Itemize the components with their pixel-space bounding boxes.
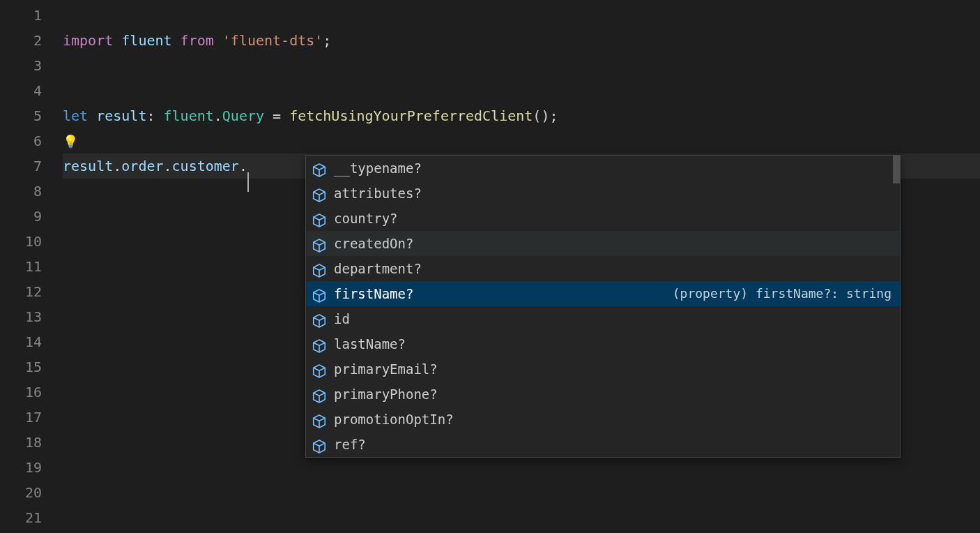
line-number: 18 [0,430,42,455]
suggestion-item[interactable]: promotionOptIn? [306,407,900,432]
dot: . [113,158,121,174]
field-icon [312,386,327,402]
namespace: fluent [164,107,214,124]
field-icon [312,336,327,352]
string-literal: 'fluent-dts' [222,32,323,49]
line-number: 15 [0,354,42,380]
line-number: 5 [0,103,42,128]
keyword-import: import [63,32,113,49]
suggestion-label: department? [334,256,422,281]
line-number: 16 [0,380,42,405]
suggestion-detail: (property) firstName?: string [673,281,894,306]
field-icon [312,412,327,427]
dot: . [214,107,222,124]
field-icon [312,437,327,452]
type-name: Query [222,107,264,124]
suggestion-item[interactable]: lastName? [306,331,900,356]
intellisense-popup[interactable]: __typename?attributes?country?createdOn?… [305,155,901,458]
code-line[interactable] [63,53,980,78]
line-number: 3 [0,53,42,78]
field-icon [312,186,327,201]
suggestion-label: ref? [334,432,366,457]
suggestion-item[interactable]: __typename? [306,156,900,181]
field-icon [312,211,327,226]
suggestion-label: firstName? [334,281,413,306]
line-number: 13 [0,304,42,329]
import-identifier: fluent [121,32,171,49]
equals: = [264,107,289,124]
line-number: 21 [0,505,42,530]
line-number: 12 [0,279,42,304]
lightbulb-icon[interactable]: 💡 [63,129,78,154]
field-icon [312,311,327,326]
field-icon [312,160,327,176]
field-icon [312,236,327,251]
field-icon [312,286,327,301]
scrollbar-thumb[interactable] [893,156,900,183]
suggestion-label: __typename? [334,156,422,181]
code-line[interactable]: 💡 [63,128,980,153]
line-number: 6 [0,128,42,153]
suggestion-item[interactable]: country? [306,206,900,231]
colon: : [146,107,163,124]
line-number-gutter: 123456789101112131415161718192021 [0,0,63,533]
function-call: fetchUsingYourPreferredClient [289,107,533,124]
line-number: 17 [0,405,42,430]
code-line[interactable] [63,78,980,103]
parens: () [533,107,549,124]
code-line[interactable] [63,3,980,28]
property-access: customer [172,158,239,174]
suggestion-label: country? [334,206,398,231]
line-number: 2 [0,28,42,53]
line-number: 10 [0,229,42,254]
line-number: 1 [0,3,42,28]
dot: . [164,158,172,174]
dot: . [239,158,247,174]
line-number: 8 [0,179,42,204]
code-line[interactable] [63,480,980,505]
line-number: 4 [0,78,42,103]
variable-name: result [96,107,146,124]
suggestion-label: id [334,306,350,331]
keyword-from: from [181,32,214,49]
code-line[interactable] [63,455,980,480]
keyword-let: let [63,107,88,124]
suggestion-item[interactable]: attributes? [306,181,900,206]
suggestion-label: primaryPhone? [334,382,438,407]
suggestion-item[interactable]: primaryEmail? [306,356,900,382]
line-number: 11 [0,254,42,279]
code-line[interactable]: let result: fluent.Query = fetchUsingYou… [63,103,980,128]
suggestion-label: primaryEmail? [334,356,438,382]
property-access: order [121,158,163,174]
variable-ref: result [63,158,113,174]
line-number: 14 [0,329,42,354]
code-editor[interactable]: 123456789101112131415161718192021 import… [0,0,980,533]
suggestion-label: lastName? [334,331,406,356]
code-line[interactable] [63,505,980,530]
suggestion-item[interactable]: department? [306,256,900,281]
semicolon: ; [323,32,331,49]
code-area[interactable]: import fluent from 'fluent-dts'; let res… [63,0,980,533]
semicolon: ; [549,107,558,124]
suggestion-item[interactable]: ref? [306,432,900,457]
suggestion-item[interactable]: firstName?(property) firstName?: string [306,281,900,306]
field-icon [312,261,327,276]
suggestion-label: attributes? [334,181,422,206]
line-number: 19 [0,455,42,480]
line-number: 20 [0,480,42,505]
line-number: 7 [0,153,42,179]
suggestion-item[interactable]: id [306,306,900,331]
field-icon [312,361,327,377]
line-number: 9 [0,204,42,229]
suggestion-item[interactable]: createdOn? [306,231,900,256]
suggestion-label: promotionOptIn? [334,407,454,432]
suggestion-label: createdOn? [334,231,413,256]
suggestion-item[interactable]: primaryPhone? [306,382,900,407]
code-line[interactable]: import fluent from 'fluent-dts'; [63,28,980,53]
